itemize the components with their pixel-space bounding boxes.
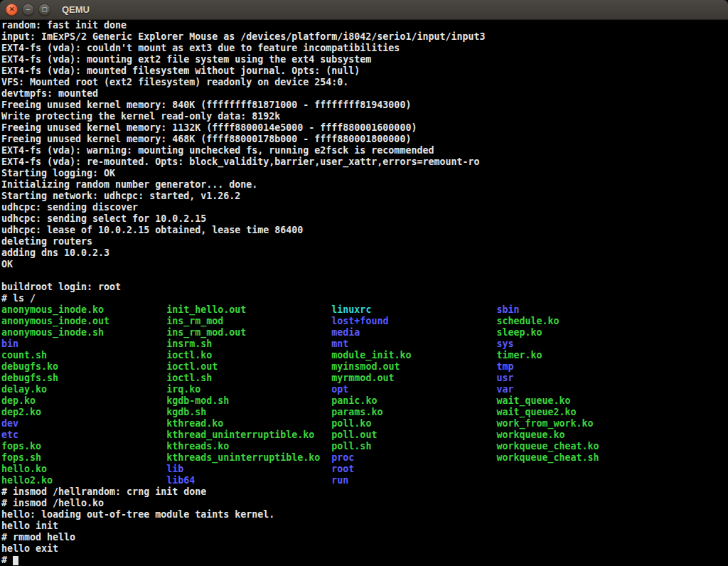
ls-entry: ins_rm_mod xyxy=(166,316,331,326)
console-line: VFS: Mounted root (ext2 filesystem) read… xyxy=(1,77,728,88)
console-line: random: fast init done xyxy=(1,20,728,31)
ls-entry: dep2.ko xyxy=(1,407,166,417)
ls-entry: ioctl.sh xyxy=(166,373,331,383)
console-line: input: ImExPS/2 Generic Explorer Mouse a… xyxy=(1,31,728,43)
console-line: hello exit xyxy=(1,543,728,555)
ls-entry: mnt xyxy=(331,338,496,349)
console-line: EXT4-fs (vda): re-mounted. Opts: block_v… xyxy=(1,156,728,168)
ls-entry: anonymous_inode.sh xyxy=(1,327,166,338)
console-line: # rmmod hello xyxy=(1,532,728,543)
shell-prompt: # xyxy=(1,555,13,565)
ls-entry: poll.ko xyxy=(331,418,496,429)
ls-entry: sleep.ko xyxy=(497,327,542,338)
console-line: Freeing unused kernel memory: 840K (ffff… xyxy=(1,100,728,111)
titlebar[interactable]: ✕ – ▢ QEMU xyxy=(0,0,728,20)
ls-entry: run xyxy=(331,475,496,486)
maximize-icon: ▢ xyxy=(41,6,48,13)
minimize-button[interactable]: – xyxy=(22,4,34,16)
ls-output-line: delay.ko irq.ko opt var xyxy=(1,384,728,395)
ls-entry: params.ko xyxy=(331,407,496,417)
ls-entry: kthreads_uninterruptible.ko xyxy=(166,452,331,463)
console-line: OK xyxy=(1,259,728,270)
ls-entry: kgdb-mod.sh xyxy=(166,395,331,406)
qemu-window: ✕ – ▢ QEMU random: fast init doneinput: … xyxy=(0,0,728,566)
ls-output-line: anonymous_inode.sh ins_rm_mod.out media … xyxy=(1,327,728,338)
console-line: EXT4-fs (vda): mounted filesystem withou… xyxy=(1,65,728,77)
ls-entry: count.sh xyxy=(1,350,166,361)
ls-output-line: debugfs.ko ioctl.out myinsmod.out tmp xyxy=(1,361,728,373)
ls-entry: workqueue_cheat.ko xyxy=(497,441,599,452)
ls-output-line: debugfs.sh ioctl.sh myrmmod.out usr xyxy=(1,373,728,384)
console-line xyxy=(1,270,728,282)
ls-output-line: count.sh ioctl.ko module_init.ko timer.k… xyxy=(1,350,728,361)
console-line: devtmpfs: mounted xyxy=(1,88,728,100)
ls-entry: opt xyxy=(331,384,496,395)
console-line: buildroot login: root xyxy=(1,282,728,293)
console-line: adding dns 10.0.2.3 xyxy=(1,247,728,259)
console-line: Starting logging: OK xyxy=(1,168,728,179)
ls-entry: dev xyxy=(1,418,166,429)
console-line: # insmod /hellrandom: crng init done xyxy=(1,486,728,498)
console-line: Starting network: udhcpc: started, v1.26… xyxy=(1,191,728,202)
ls-entry: var xyxy=(497,384,514,395)
ls-entry: ins_rm_mod.out xyxy=(166,327,331,338)
terminal-screen[interactable]: random: fast init doneinput: ImExPS/2 Ge… xyxy=(0,20,728,566)
ls-entry: lib64 xyxy=(166,475,331,486)
ls-output-line: fops.ko kthreads.ko poll.sh workqueue_ch… xyxy=(1,441,728,452)
console-line: Freeing unused kernel memory: 1132K (fff… xyxy=(1,122,728,134)
terminal-cursor xyxy=(13,556,18,565)
ls-entry: fops.ko xyxy=(1,441,166,452)
ls-entry: module_init.ko xyxy=(331,350,496,361)
ls-entry: etc xyxy=(1,429,166,440)
ls-entry: tmp xyxy=(497,361,514,372)
ls-entry: sbin xyxy=(497,304,520,315)
ls-entry: kgdb.sh xyxy=(166,407,331,417)
console-line: udhcpc: sending discover xyxy=(1,202,728,213)
ls-entry: kthreads.ko xyxy=(166,441,331,452)
ls-entry: dep.ko xyxy=(1,395,166,406)
console-line: hello: loading out-of-tree module taints… xyxy=(1,509,728,520)
ls-entry: debugfs.sh xyxy=(1,373,166,383)
ls-entry: debugfs.ko xyxy=(1,361,166,372)
ls-entry: sys xyxy=(497,338,514,349)
ls-entry: kthread.ko xyxy=(166,418,331,429)
ls-entry: anonymous_inode.out xyxy=(1,316,166,326)
ls-entry: kthread_uninterruptible.ko xyxy=(166,429,331,440)
ls-entry: init_hello.out xyxy=(166,304,331,315)
console-line: udhcpc: lease of 10.0.2.15 obtained, lea… xyxy=(1,225,728,236)
ls-entry: bin xyxy=(1,338,166,349)
ls-entry: workqueue.ko xyxy=(497,429,565,440)
console-line: hello init xyxy=(1,520,728,532)
console-line: EXT4-fs (vda): warning: mounting uncheck… xyxy=(1,145,728,156)
ls-entry: irq.ko xyxy=(166,384,331,395)
ls-entry: lib xyxy=(166,464,331,474)
ls-output-line: dep.ko kgdb-mod.sh panic.ko wait_queue.k… xyxy=(1,395,728,407)
ls-entry: lost+found xyxy=(331,316,496,326)
minimize-icon: – xyxy=(26,6,30,13)
ls-output-line: dep2.ko kgdb.sh params.ko wait_queue2.ko xyxy=(1,407,728,418)
close-button[interactable]: ✕ xyxy=(6,4,18,16)
ls-entry: poll.sh xyxy=(331,441,496,452)
ls-entry: insrm.sh xyxy=(166,338,331,349)
ls-output-line: etc kthread_uninterruptible.ko poll.out … xyxy=(1,429,728,441)
ls-entry: hello2.ko xyxy=(1,475,166,486)
ls-output-line: fops.sh kthreads_uninterruptible.ko proc… xyxy=(1,452,728,464)
ls-entry: poll.out xyxy=(331,429,496,440)
ls-entry: fops.sh xyxy=(1,452,166,463)
maximize-button[interactable]: ▢ xyxy=(38,4,50,16)
ls-entry: schedule.ko xyxy=(497,316,560,326)
console-line: udhcpc: sending select for 10.0.2.15 xyxy=(1,213,728,225)
ls-output-line: anonymous_inode.out ins_rm_mod lost+foun… xyxy=(1,316,728,327)
console-line: Initializing random number generator... … xyxy=(1,179,728,191)
ls-entry: myinsmod.out xyxy=(331,361,496,372)
window-title: QEMU xyxy=(62,4,90,15)
ls-output-line: hello.ko lib root xyxy=(1,464,728,475)
console-line: Freeing unused kernel memory: 468K (ffff… xyxy=(1,134,728,145)
ls-entry: wait_queue.ko xyxy=(497,395,571,406)
console-line: EXT4-fs (vda): mounting ext2 file system… xyxy=(1,54,728,65)
ls-entry: linuxrc xyxy=(331,304,496,315)
ls-output-line: anonymous_inode.ko init_hello.out linuxr… xyxy=(1,304,728,316)
ls-entry: timer.ko xyxy=(497,350,542,361)
ls-output-line: bin insrm.sh mnt sys xyxy=(1,338,728,350)
console-line: EXT4-fs (vda): couldn't mount as ext3 du… xyxy=(1,43,728,54)
